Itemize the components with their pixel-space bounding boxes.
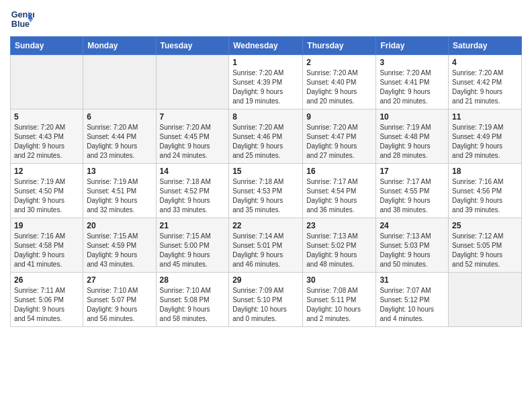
weekday-header: Tuesday [156,37,229,55]
calendar-cell: 25Sunrise: 7:12 AM Sunset: 5:05 PM Dayli… [449,218,522,273]
day-info: Sunrise: 7:17 AM Sunset: 4:55 PM Dayligh… [380,177,445,215]
calendar-cell: 23Sunrise: 7:13 AM Sunset: 5:02 PM Dayli… [303,218,376,273]
day-number: 17 [380,167,445,176]
calendar-cell: 17Sunrise: 7:17 AM Sunset: 4:55 PM Dayli… [376,164,449,218]
day-info: Sunrise: 7:20 AM Sunset: 4:41 PM Dayligh… [380,68,445,106]
calendar-cell: 14Sunrise: 7:18 AM Sunset: 4:52 PM Dayli… [156,164,229,218]
day-info: Sunrise: 7:09 AM Sunset: 5:10 PM Dayligh… [232,286,299,324]
day-info: Sunrise: 7:10 AM Sunset: 5:07 PM Dayligh… [87,286,152,324]
calendar-cell: 16Sunrise: 7:17 AM Sunset: 4:54 PM Dayli… [303,164,376,218]
calendar-cell: 9Sunrise: 7:20 AM Sunset: 4:47 PM Daylig… [303,109,376,164]
calendar-table: SundayMondayTuesdayWednesdayThursdayFrid… [10,36,522,327]
day-info: Sunrise: 7:13 AM Sunset: 5:03 PM Dayligh… [380,232,445,269]
calendar-cell: 13Sunrise: 7:19 AM Sunset: 4:51 PM Dayli… [83,164,156,218]
day-info: Sunrise: 7:20 AM Sunset: 4:45 PM Dayligh… [160,123,226,161]
day-info: Sunrise: 7:15 AM Sunset: 4:59 PM Dayligh… [87,232,152,269]
calendar-cell: 10Sunrise: 7:19 AM Sunset: 4:48 PM Dayli… [376,109,449,164]
day-number: 26 [14,275,79,285]
logo-icon: General Blue [10,7,34,31]
day-number: 3 [380,58,445,67]
weekday-header: Friday [376,37,449,55]
day-info: Sunrise: 7:13 AM Sunset: 5:02 PM Dayligh… [306,232,372,269]
calendar-cell: 31Sunrise: 7:07 AM Sunset: 5:12 PM Dayli… [376,273,449,327]
day-info: Sunrise: 7:19 AM Sunset: 4:49 PM Dayligh… [452,123,518,161]
day-number: 13 [87,167,152,176]
day-number: 30 [306,275,372,285]
day-number: 20 [87,221,152,230]
day-number: 18 [452,167,518,176]
day-number: 10 [380,112,445,122]
calendar-week-row: 12Sunrise: 7:19 AM Sunset: 4:50 PM Dayli… [11,164,522,218]
page-container: General Blue SundayMondayTuesdayWednesda… [0,0,532,334]
day-info: Sunrise: 7:16 AM Sunset: 4:56 PM Dayligh… [452,177,518,215]
calendar-cell: 29Sunrise: 7:09 AM Sunset: 5:10 PM Dayli… [229,273,303,327]
day-number: 7 [160,112,226,122]
weekday-header: Saturday [449,37,522,55]
calendar-cell [11,55,83,109]
calendar-cell: 8Sunrise: 7:20 AM Sunset: 4:46 PM Daylig… [229,109,303,164]
calendar-cell: 18Sunrise: 7:16 AM Sunset: 4:56 PM Dayli… [449,164,522,218]
calendar-week-row: 5Sunrise: 7:20 AM Sunset: 4:43 PM Daylig… [11,109,522,164]
calendar-cell: 27Sunrise: 7:10 AM Sunset: 5:07 PM Dayli… [83,273,156,327]
weekday-header-row: SundayMondayTuesdayWednesdayThursdayFrid… [11,37,522,55]
day-info: Sunrise: 7:20 AM Sunset: 4:39 PM Dayligh… [232,68,299,106]
calendar-cell [156,55,229,109]
day-number: 28 [160,275,226,285]
day-number: 27 [87,275,152,285]
calendar-cell: 21Sunrise: 7:15 AM Sunset: 5:00 PM Dayli… [156,218,229,273]
day-info: Sunrise: 7:15 AM Sunset: 5:00 PM Dayligh… [160,232,226,269]
day-info: Sunrise: 7:10 AM Sunset: 5:08 PM Dayligh… [160,286,226,324]
calendar-cell: 26Sunrise: 7:11 AM Sunset: 5:06 PM Dayli… [11,273,83,327]
calendar-week-row: 26Sunrise: 7:11 AM Sunset: 5:06 PM Dayli… [11,273,522,327]
day-number: 11 [452,112,518,122]
day-number: 2 [306,58,372,67]
day-number: 9 [306,112,372,122]
day-info: Sunrise: 7:08 AM Sunset: 5:11 PM Dayligh… [306,286,372,324]
day-number: 31 [380,275,445,285]
page-header: General Blue [10,7,522,31]
day-info: Sunrise: 7:19 AM Sunset: 4:48 PM Dayligh… [380,123,445,161]
day-info: Sunrise: 7:19 AM Sunset: 4:51 PM Dayligh… [87,177,152,215]
day-number: 29 [232,275,299,285]
weekday-header: Monday [83,37,156,55]
day-info: Sunrise: 7:20 AM Sunset: 4:40 PM Dayligh… [306,68,372,106]
day-number: 19 [14,221,79,230]
day-number: 24 [380,221,445,230]
day-number: 15 [232,167,299,176]
calendar-cell [449,273,522,327]
day-info: Sunrise: 7:20 AM Sunset: 4:47 PM Dayligh… [306,123,372,161]
calendar-cell: 12Sunrise: 7:19 AM Sunset: 4:50 PM Dayli… [11,164,83,218]
day-number: 16 [306,167,372,176]
day-info: Sunrise: 7:20 AM Sunset: 4:43 PM Dayligh… [14,123,79,161]
logo: General Blue [10,7,34,31]
day-info: Sunrise: 7:07 AM Sunset: 5:12 PM Dayligh… [380,286,445,324]
day-number: 22 [232,221,299,230]
day-number: 12 [14,167,79,176]
day-number: 5 [14,112,79,122]
calendar-cell: 30Sunrise: 7:08 AM Sunset: 5:11 PM Dayli… [303,273,376,327]
day-info: Sunrise: 7:11 AM Sunset: 5:06 PM Dayligh… [14,286,79,324]
day-info: Sunrise: 7:20 AM Sunset: 4:44 PM Dayligh… [87,123,152,161]
day-info: Sunrise: 7:14 AM Sunset: 5:01 PM Dayligh… [232,232,299,269]
weekday-header: Sunday [11,37,83,55]
day-number: 23 [306,221,372,230]
day-info: Sunrise: 7:18 AM Sunset: 4:52 PM Dayligh… [160,177,226,215]
day-number: 25 [452,221,518,230]
day-info: Sunrise: 7:16 AM Sunset: 4:58 PM Dayligh… [14,232,79,269]
day-number: 4 [452,58,518,67]
day-info: Sunrise: 7:20 AM Sunset: 4:46 PM Dayligh… [232,123,299,161]
weekday-header: Thursday [303,37,376,55]
calendar-cell: 4Sunrise: 7:20 AM Sunset: 4:42 PM Daylig… [449,55,522,109]
calendar-cell: 2Sunrise: 7:20 AM Sunset: 4:40 PM Daylig… [303,55,376,109]
calendar-cell: 11Sunrise: 7:19 AM Sunset: 4:49 PM Dayli… [449,109,522,164]
svg-text:Blue: Blue [11,19,30,29]
day-info: Sunrise: 7:18 AM Sunset: 4:53 PM Dayligh… [232,177,299,215]
day-number: 6 [87,112,152,122]
day-number: 8 [232,112,299,122]
calendar-cell: 3Sunrise: 7:20 AM Sunset: 4:41 PM Daylig… [376,55,449,109]
calendar-cell: 19Sunrise: 7:16 AM Sunset: 4:58 PM Dayli… [11,218,83,273]
calendar-cell: 24Sunrise: 7:13 AM Sunset: 5:03 PM Dayli… [376,218,449,273]
day-number: 1 [232,58,299,67]
weekday-header: Wednesday [229,37,303,55]
calendar-week-row: 1Sunrise: 7:20 AM Sunset: 4:39 PM Daylig… [11,55,522,109]
